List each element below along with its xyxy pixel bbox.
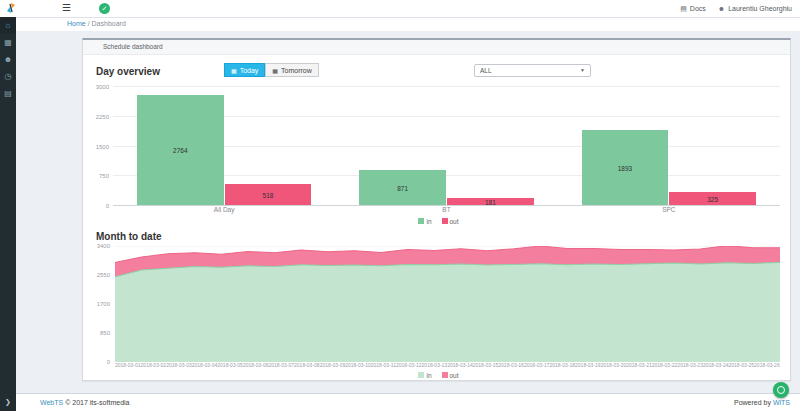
y-axis-label: 1700 (97, 301, 110, 307)
x-axis-label: 2018-03-14 (447, 362, 473, 370)
bar-group: 2764 518 (113, 87, 335, 205)
panel-heading: Schedule dashboard (83, 40, 790, 55)
filter-select-value: ALL (480, 65, 492, 76)
x-axis: All DayBTSPC (113, 206, 780, 216)
filter-select[interactable]: ALL ▼ (474, 64, 591, 77)
footer-powered-by: Powered by (734, 399, 771, 406)
x-axis-label: 2018-03-22 (652, 362, 678, 370)
page-footer: WebTS © 2017 its-softmedia Powered by Wi… (16, 393, 800, 411)
x-axis-label: 2018-03-16 (498, 362, 524, 370)
dashboard-icon: ⌂ (6, 21, 11, 30)
legend-item: out (442, 218, 459, 225)
x-axis-label: 2018-03-01 (115, 362, 141, 370)
chevron-down-icon: ▼ (580, 65, 585, 76)
x-axis-label: 2018-03-25 (729, 362, 755, 370)
bar-segment-out: 181 (447, 198, 534, 205)
footer-copyright: © 2017 its-softmedia (65, 399, 129, 406)
docs-label: Docs (690, 5, 706, 12)
x-axis-label: 2018-03-06 (243, 362, 269, 370)
day-overview-title: Day overview (96, 66, 160, 77)
bar-segment-in: 871 (359, 170, 446, 205)
sidebar-item-reports[interactable]: ▤ (0, 85, 16, 102)
month-to-date-area-chart: 0850170025503400 2018-03-012018-03-02201… (93, 246, 784, 380)
bar-value-label: 2764 (137, 147, 224, 154)
day-overview-controls: Day overview ▦ Today ▦ Tomorrow ALL ▼ (93, 61, 784, 85)
sidebar-item-users[interactable]: ☻ (0, 51, 16, 68)
feedback-icon (777, 386, 785, 394)
y-axis-label: 2250 (96, 114, 109, 120)
breadcrumb-current: Dashboard (92, 20, 126, 27)
area-plot (115, 246, 780, 362)
users-icon: ☻ (4, 55, 12, 64)
footer-webts-link[interactable]: WebTS (40, 399, 63, 406)
schedule-dashboard-panel: Schedule dashboard Day overview ▦ Today … (82, 38, 791, 381)
day-overview-bar-chart: 0750150022503000 2764 518 871 181 1893 3… (93, 87, 784, 226)
x-axis-label: 2018-03-18 (549, 362, 575, 370)
bar-segment-in: 2764 (137, 95, 224, 205)
left-sidebar: ⌂ ▦ ☻ ◷ ▤ (0, 17, 16, 411)
x-axis-label: 2018-03-04 (192, 362, 218, 370)
top-navbar: ☰ ✓ ▤ Docs ☻ Laurentiu Gheorghiu (0, 0, 800, 18)
y-axis: 0750150022503000 (93, 87, 113, 206)
y-axis-label: 3000 (96, 84, 109, 90)
y-axis-label: 1500 (96, 144, 109, 150)
x-axis-label: 2018-03-10 (345, 362, 371, 370)
x-axis-label: 2018-03-17 (524, 362, 550, 370)
x-axis-label: All Day (113, 206, 335, 216)
bar-value-label: 181 (447, 198, 534, 205)
footer-wits-link[interactable]: WiTS (773, 399, 790, 406)
month-to-date-title: Month to date (96, 231, 784, 242)
y-axis-label: 3400 (97, 243, 110, 249)
x-axis-label: 2018-03-23 (677, 362, 703, 370)
legend-item: out (442, 372, 459, 379)
tomorrow-button[interactable]: ▦ Tomorrow (265, 63, 318, 77)
x-axis-label: 2018-03-03 (166, 362, 192, 370)
area-series-in (115, 262, 780, 362)
feedback-fab-button[interactable] (773, 382, 789, 398)
y-axis-label: 2550 (97, 272, 110, 278)
calendar-icon: ▦ (4, 38, 12, 47)
legend-item: in (418, 372, 431, 379)
calendar-icon: ▦ (231, 67, 237, 74)
sidebar-item-calendar[interactable]: ▦ (0, 34, 16, 51)
user-name: Laurentiu Gheorghiu (728, 5, 792, 12)
bar-segment-in: 1893 (582, 130, 669, 205)
bar-value-label: 325 (669, 195, 756, 202)
x-axis: 2018-03-012018-03-022018-03-032018-03-04… (115, 362, 780, 370)
x-axis-label: SPC (558, 206, 780, 216)
breadcrumb-home-link[interactable]: Home (67, 20, 86, 27)
calendar-icon: ▦ (272, 67, 278, 74)
docs-link[interactable]: ▤ Docs (680, 5, 706, 13)
chart-legend: in out (93, 370, 784, 380)
y-axis-label: 0 (106, 203, 109, 209)
x-axis-label: 2018-03-12 (396, 362, 422, 370)
sidebar-collapse-chevron-icon[interactable]: ❯ (0, 393, 16, 411)
legend-item: in (418, 218, 431, 225)
user-menu[interactable]: ☻ Laurentiu Gheorghiu (718, 5, 792, 12)
x-axis-label: 2018-03-21 (626, 362, 652, 370)
today-button[interactable]: ▦ Today (224, 63, 265, 77)
x-axis-label: 2018-03-15 (473, 362, 499, 370)
bar-segment-out: 518 (225, 184, 312, 205)
x-axis-label: 2018-03-08 (294, 362, 320, 370)
y-axis: 0850170025503400 (93, 246, 115, 362)
x-axis-label: 2018-03-09 (320, 362, 346, 370)
bar-value-label: 518 (225, 191, 312, 198)
bar-value-label: 1893 (582, 164, 669, 171)
y-axis-label: 750 (99, 173, 109, 179)
app-logo-icon (5, 2, 17, 14)
x-axis-label: 2018-03-02 (141, 362, 167, 370)
x-axis-label: 2018-03-20 (601, 362, 627, 370)
x-axis-label: 2018-03-19 (575, 362, 601, 370)
book-icon: ▤ (680, 5, 687, 13)
x-axis-label: BT (335, 206, 557, 216)
status-check-icon[interactable]: ✓ (99, 3, 110, 14)
chart-legend: in out (93, 216, 784, 226)
list-icon: ▤ (4, 89, 12, 98)
bar-group: 1893 325 (558, 87, 780, 205)
sidebar-item-dashboard[interactable]: ⌂ (0, 17, 16, 34)
sidebar-toggle-icon[interactable]: ☰ (62, 0, 71, 17)
sidebar-item-clock[interactable]: ◷ (0, 68, 16, 85)
x-axis-label: 2018-03-26 (754, 362, 780, 370)
x-axis-label: 2018-03-11 (371, 362, 396, 370)
